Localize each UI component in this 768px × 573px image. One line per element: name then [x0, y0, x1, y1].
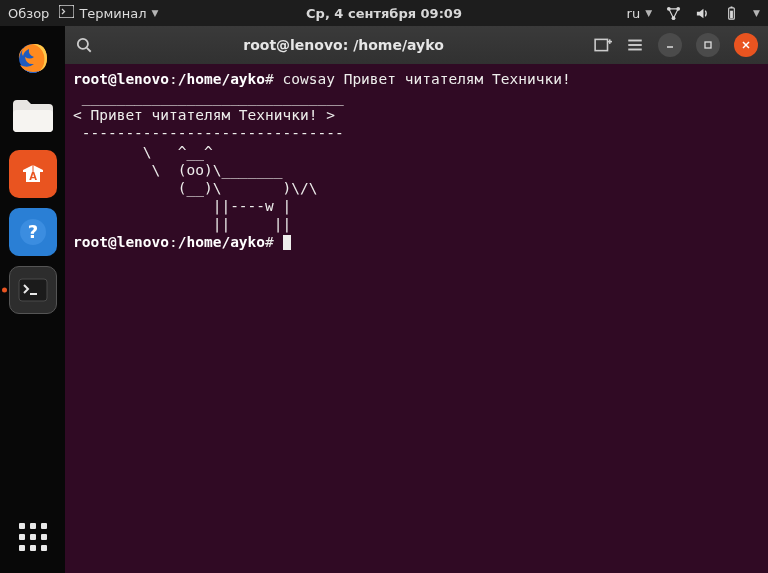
output-line: ______________________________ — [73, 89, 352, 105]
volume-icon[interactable] — [695, 6, 710, 21]
app-menu[interactable]: Терминал ▼ — [59, 5, 158, 21]
svg-rect-13 — [19, 279, 47, 301]
window-title: root@lenovo: /home/ayko — [103, 37, 584, 53]
hamburger-menu-icon[interactable] — [626, 36, 644, 54]
output-line: \ ^__^ — [73, 144, 213, 160]
dock-app-terminal[interactable] — [9, 266, 57, 314]
output-line: ------------------------------ — [73, 125, 352, 141]
svg-rect-24 — [705, 42, 711, 48]
output-line: \ (oo)\_______ — [73, 162, 283, 178]
terminal-icon — [59, 5, 74, 21]
svg-text:?: ? — [27, 221, 37, 242]
activities-button[interactable]: Обзор — [8, 6, 49, 21]
output-line: ||----w | — [73, 198, 291, 214]
dock: A ? — [0, 26, 65, 573]
show-applications-button[interactable] — [9, 513, 57, 561]
dock-app-help[interactable]: ? — [9, 208, 57, 256]
search-icon[interactable] — [75, 36, 93, 54]
prompt-user: root@lenovo — [73, 71, 169, 87]
output-line: < Привет читателям Технички! > — [73, 107, 335, 123]
window-titlebar[interactable]: root@lenovo: /home/ayko — [65, 26, 768, 64]
prompt-path: /home/ayko — [178, 71, 265, 87]
chevron-down-icon: ▼ — [645, 8, 652, 18]
window-maximize-button[interactable] — [696, 33, 720, 57]
window-minimize-button[interactable] — [658, 33, 682, 57]
network-icon[interactable] — [666, 6, 681, 21]
prompt-user: root@lenovo — [73, 234, 169, 250]
svg-rect-6 — [730, 10, 733, 18]
dock-app-files[interactable] — [9, 92, 57, 140]
clock[interactable]: Ср, 4 сентября 09:09 — [306, 6, 462, 21]
svg-rect-0 — [59, 5, 74, 18]
battery-icon[interactable] — [724, 6, 739, 21]
grid-icon — [19, 523, 47, 551]
dock-app-software[interactable]: A — [9, 150, 57, 198]
top-panel: Обзор Терминал ▼ Ср, 4 сентября 09:09 ru… — [0, 0, 768, 26]
command-text: cowsay Привет читателям Технички! — [283, 71, 571, 87]
svg-text:A: A — [29, 171, 37, 182]
output-line: (__)\ )\/\ — [73, 180, 317, 196]
app-menu-label: Терминал — [79, 6, 146, 21]
svg-rect-8 — [13, 110, 53, 132]
terminal-body[interactable]: root@lenovo:/home/ayko# cowsay Привет чи… — [65, 64, 768, 573]
svg-rect-5 — [731, 6, 733, 7]
dock-app-firefox[interactable] — [9, 34, 57, 82]
svg-line-16 — [87, 48, 91, 52]
system-menu-chevron[interactable]: ▼ — [753, 8, 760, 18]
cursor — [283, 235, 291, 250]
output-line: || || — [73, 216, 291, 232]
terminal-window: root@lenovo: /home/ayko root@le — [65, 26, 768, 573]
window-close-button[interactable] — [734, 33, 758, 57]
prompt-path: /home/ayko — [178, 234, 265, 250]
workspace-area: A ? root@lenovo: /home/ayko — [0, 26, 768, 573]
input-language[interactable]: ru ▼ — [627, 6, 653, 21]
new-tab-icon[interactable] — [594, 36, 612, 54]
chevron-down-icon: ▼ — [152, 8, 159, 18]
svg-rect-17 — [595, 39, 607, 50]
svg-point-15 — [78, 39, 88, 49]
